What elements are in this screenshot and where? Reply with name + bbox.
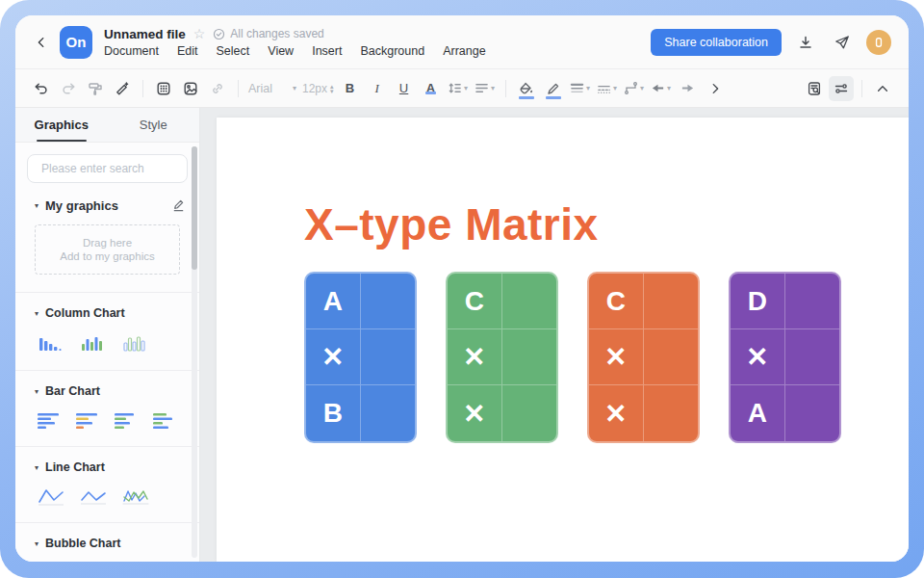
connector-icon [624,81,638,95]
caret-down-icon: ▾ [491,84,495,92]
chevron-right-icon [708,82,722,95]
matrix-cell: B [306,385,361,441]
font-size-stepper[interactable]: 12px ▴ ▾ [300,76,336,101]
drop-hint-line2: Add to my graphics [60,250,154,262]
menu-insert[interactable]: Insert [312,44,342,58]
bold-button[interactable]: B [338,76,363,101]
send-button[interactable] [830,30,855,55]
link-icon [210,81,225,96]
matrix-card-green[interactable]: C ✕ ✕ [446,272,558,443]
undo-button[interactable] [29,76,54,101]
paint-roller-icon [88,81,103,96]
collapse-toolbar-button[interactable] [870,76,895,101]
stepper-icons: ▴ ▾ [330,84,334,93]
font-size-value: 12px [302,82,327,95]
bar-chart-thumb-3[interactable] [114,411,139,431]
stroke-width-button[interactable]: ▾ [568,76,593,101]
bar-chart-thumb-2[interactable] [75,411,100,431]
toolbar-divider [142,80,143,97]
find-replace-button[interactable] [802,76,827,101]
my-graphics-label: My graphics [45,198,118,213]
insert-image-icon [183,81,198,96]
line-spacing-icon [448,81,462,95]
underline-button[interactable]: U [392,76,417,101]
matrix-card-blue[interactable]: A ✕ B [304,272,417,443]
section-line-chart[interactable]: ▾ Line Chart [15,447,199,480]
sidebar-scrollbar-thumb[interactable] [192,146,197,270]
section-label: Line Chart [45,460,105,474]
back-button[interactable] [29,30,54,55]
sidebar-scrollbar[interactable] [192,146,197,558]
matrix-cell [361,385,416,441]
section-bar-chart[interactable]: ▾ Bar Chart [15,371,199,404]
insert-table-button[interactable] [151,76,176,101]
cutter-button[interactable] [110,76,135,101]
bar-chart-thumb-1[interactable] [37,411,62,431]
toolbar-divider [861,80,862,97]
column-chart-thumb-2[interactable] [79,333,108,355]
matrix-card-purple[interactable]: D ✕ A [729,272,841,443]
insert-image-button[interactable] [178,76,203,101]
my-graphics-header[interactable]: ▾ My graphics [15,193,199,219]
matrix-cell: ✕ [306,329,361,385]
menu-view[interactable]: View [268,44,294,58]
avatar[interactable] [866,30,891,55]
matrix-cell [644,385,699,441]
edit-pencil-icon[interactable] [171,198,186,213]
section-bubble-chart[interactable]: ▾ Bubble Chart [15,523,199,556]
tab-style[interactable]: Style [108,108,200,142]
tab-graphics[interactable]: Graphics [15,108,108,142]
fill-color-button[interactable] [514,76,539,101]
more-tools-button[interactable] [703,76,728,101]
app-header: On Unnamed file ☆ All changes saved Docu… [15,15,909,69]
bar-chart-thumb-4[interactable] [152,411,177,431]
desktop-background: On Unnamed file ☆ All changes saved Docu… [0,0,924,578]
user-badge-icon [872,36,886,49]
canvas-title[interactable]: X–type Matrix [304,198,599,250]
canvas-area[interactable]: X–type Matrix A ✕ B C ✕ ✕ C ✕ [200,108,909,562]
menu-document[interactable]: Document [104,44,159,58]
app-logo[interactable]: On [60,26,92,59]
format-painter-button[interactable] [83,76,108,101]
text-color-button[interactable]: A [419,76,444,101]
format-toolbar: Arial ▾ 12px ▴ ▾ B I U A ▾ ▾ [15,69,909,108]
column-chart-thumb-1[interactable] [37,333,65,355]
check-circle-icon [213,28,225,40]
matrix-cell: ✕ [448,385,502,441]
caret-down-icon: ▾ [330,89,334,93]
matrix-cell [502,274,557,329]
arrow-end-button[interactable] [676,76,701,101]
line-style-button[interactable]: ▾ [595,76,620,101]
undo-icon [34,81,49,96]
connector-type-button[interactable]: ▾ [622,76,647,101]
download-button[interactable] [793,30,818,55]
matrix-cards: A ✕ B C ✕ ✕ C ✕ ✕ D [304,272,841,443]
arrow-start-button[interactable]: ▾ [649,76,674,101]
menu-edit[interactable]: Edit [177,44,198,58]
menu-arrange[interactable]: Arrange [443,44,485,58]
drag-drop-zone[interactable]: Drag here Add to my graphics [35,224,180,275]
section-column-chart[interactable]: ▾ Column Chart [15,293,199,326]
menu-select[interactable]: Select [217,44,250,58]
insert-link-button[interactable] [205,76,230,101]
column-chart-thumb-3[interactable] [121,333,150,355]
line-chart-thumb-2[interactable] [79,487,108,507]
font-family-select[interactable]: Arial ▾ [246,76,298,101]
align-button[interactable]: ▾ [473,76,498,101]
line-spacing-button[interactable]: ▾ [446,76,471,101]
document-page[interactable]: X–type Matrix A ✕ B C ✕ ✕ C ✕ [217,118,909,562]
line-chart-thumb-1[interactable] [37,487,65,507]
paper-plane-icon [834,35,850,50]
stroke-color-button[interactable] [541,76,566,101]
line-chart-thumb-3[interactable] [121,487,150,507]
menu-background[interactable]: Background [360,44,424,58]
matrix-card-orange[interactable]: C ✕ ✕ [587,272,700,443]
share-collaboration-button[interactable]: Share collaboration [651,29,782,56]
star-icon[interactable]: ☆ [193,27,206,40]
search-box[interactable] [27,154,188,183]
redo-button[interactable] [56,76,81,101]
file-title[interactable]: Unnamed file [104,27,186,41]
italic-button[interactable]: I [365,76,390,101]
adjust-settings-button[interactable] [829,76,854,101]
search-input[interactable] [41,162,191,175]
